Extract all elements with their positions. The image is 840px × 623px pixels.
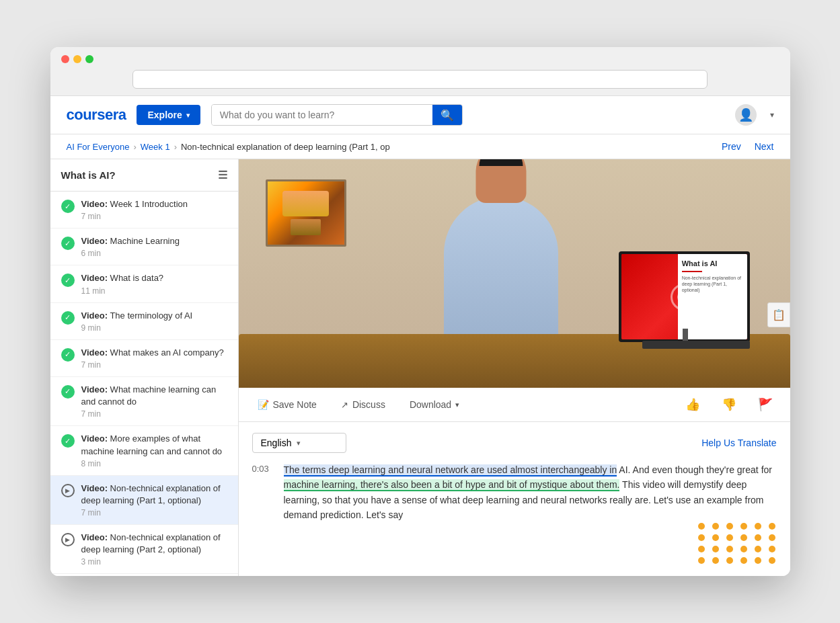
dot-red[interactable] [61, 55, 69, 63]
user-avatar[interactable]: 👤 [735, 104, 757, 126]
sidebar-item-2[interactable]: ✓ Video: Machine Learning 6 min [50, 229, 238, 265]
item-duration-3: 11 min [81, 286, 227, 296]
thumbs-down-button[interactable]: 👎 [718, 394, 740, 415]
sidebar-item-6[interactable]: ✓ Video: What machine learning can and c… [50, 377, 238, 426]
item-title-4: Video: The terminology of AI [81, 310, 227, 322]
transcript-highlighted-2: machine learning, there's also been a bi… [284, 479, 620, 491]
item-content-9: Video: Non-technical explanation of deep… [81, 532, 227, 567]
breadcrumb-week[interactable]: Week 1 [141, 142, 170, 152]
check-icon-5: ✓ [61, 348, 75, 362]
browser-dots [61, 55, 779, 63]
sidebar-item-8[interactable]: ▶ Video: Non-technical explanation of de… [50, 476, 238, 525]
notes-icon: 📋 [772, 309, 786, 321]
item-content-7: Video: More examples of what machine lea… [81, 433, 227, 468]
keyboard [642, 341, 750, 349]
explore-label: Explore [147, 110, 182, 120]
check-icon-4: ✓ [61, 311, 75, 325]
list-icon[interactable]: ☰ [218, 169, 227, 181]
monitor-subtitle: Non-technical explanation of deep learni… [682, 275, 743, 293]
scene-painting [266, 179, 346, 247]
user-icon: 👤 [738, 108, 753, 122]
item-title-3: Video: What is data? [81, 272, 227, 284]
dots-decoration [698, 523, 778, 564]
language-chevron-icon: ▾ [297, 439, 301, 448]
search-input[interactable] [212, 105, 432, 125]
item-duration-8: 7 min [81, 508, 227, 517]
discuss-button[interactable]: ↗ Discuss [336, 397, 391, 413]
sidebar-item-4[interactable]: ✓ Video: The terminology of AI 9 min [50, 303, 238, 340]
language-label: English [261, 438, 292, 448]
sidebar-item-5[interactable]: ✓ Video: What makes an AI company? 7 min [50, 340, 238, 377]
next-button[interactable]: Next [755, 141, 774, 152]
search-bar: 🔍 [211, 104, 463, 126]
transcript-area: English ▾ Help Us Translate 0:03 The ter… [239, 422, 790, 534]
item-duration-6: 7 min [81, 409, 227, 419]
monitor-title: What is AI [682, 259, 743, 268]
item-content-4: Video: The terminology of AI 9 min [81, 310, 227, 333]
flag-button[interactable]: 🚩 [754, 394, 777, 415]
breadcrumb-sep-2: › [174, 142, 177, 152]
download-label: Download [410, 399, 451, 410]
video-player[interactable]: What is AI Non-technical explanation of … [239, 159, 790, 388]
item-title-1: Video: Week 1 Introduction [81, 198, 227, 210]
sidebar: What is AI? ☰ ✓ Video: Week 1 Introducti… [50, 159, 239, 576]
prev-button[interactable]: Prev [722, 141, 741, 152]
help-translate-link[interactable]: Help Us Translate [701, 438, 776, 448]
browser-chrome [50, 47, 790, 96]
address-bar[interactable] [132, 70, 707, 89]
sidebar-title: What is AI? [61, 169, 116, 181]
search-button[interactable]: 🔍 [432, 105, 462, 125]
check-icon-2: ✓ [61, 237, 75, 250]
video-toolbar: 📝 Save Note ↗ Discuss Download ▾ 👍 👎 [239, 388, 790, 422]
item-duration-1: 7 min [81, 212, 227, 221]
breadcrumb-course[interactable]: AI For Everyone [67, 142, 130, 152]
dot-yellow[interactable] [73, 55, 81, 63]
monitor-text-area: What is AI Non-technical explanation of … [678, 254, 747, 339]
user-menu-chevron[interactable]: ▾ [770, 110, 774, 120]
sidebar-item-1[interactable]: ✓ Video: Week 1 Introduction 7 min [50, 192, 238, 229]
item-content-8: Video: Non-technical explanation of deep… [81, 483, 227, 517]
item-title-7: Video: More examples of what machine lea… [81, 433, 227, 457]
item-duration-5: 7 min [81, 360, 227, 370]
item-content-5: Video: What makes an AI company? 7 min [81, 347, 227, 370]
sidebar-item-3[interactable]: ✓ Video: What is data? 11 min [50, 265, 238, 302]
sidebar-item-7[interactable]: ✓ Video: More examples of what machine l… [50, 426, 238, 475]
item-duration-4: 9 min [81, 323, 227, 333]
breadcrumb-nav: Prev Next [722, 141, 774, 152]
item-duration-2: 6 min [81, 249, 227, 258]
check-icon-1: ✓ [61, 200, 75, 213]
check-icon-3: ✓ [61, 274, 75, 287]
item-title-9: Video: Non-technical explanation of deep… [81, 532, 227, 556]
orange-dot [698, 523, 705, 530]
item-duration-9: 3 min [81, 557, 227, 567]
play-icon-8: ▶ [61, 484, 75, 497]
chevron-down-icon: ▾ [186, 112, 190, 119]
item-title-6: Video: What machine learning can and can… [81, 384, 227, 408]
sidebar-header: What is AI? ☰ [50, 159, 238, 192]
explore-button[interactable]: Explore ▾ [137, 105, 200, 125]
breadcrumb: AI For Everyone › Week 1 › Non-technical… [50, 134, 790, 159]
transcript-highlighted-1: The terms deep learning and neural netwo… [284, 464, 617, 476]
content-area: What is AI Non-technical explanation of … [239, 159, 790, 576]
item-title-5: Video: What makes an AI company? [81, 347, 227, 359]
item-content-3: Video: What is data? 11 min [81, 272, 227, 295]
item-content-6: Video: What machine learning can and can… [81, 384, 227, 419]
item-duration-7: 8 min [81, 459, 227, 468]
thumbs-up-button[interactable]: 👍 [681, 394, 704, 415]
monitor-screen: What is AI Non-technical explanation of … [621, 254, 747, 339]
sidebar-item-9[interactable]: ▶ Video: Non-technical explanation of de… [50, 525, 238, 574]
play-icon-9: ▶ [61, 533, 75, 546]
breadcrumb-sep-1: › [133, 142, 136, 152]
language-select[interactable]: English ▾ [252, 433, 346, 453]
item-content-1: Video: Week 1 Introduction 7 min [81, 198, 227, 221]
notes-panel-toggle[interactable]: 📋 [767, 302, 790, 327]
dot-green[interactable] [85, 55, 93, 63]
check-icon-6: ✓ [61, 385, 75, 399]
breadcrumb-left: AI For Everyone › Week 1 › Non-technical… [67, 142, 390, 152]
discuss-icon: ↗ [341, 400, 348, 410]
item-title-2: Video: Machine Learning [81, 235, 227, 247]
download-button[interactable]: Download ▾ [404, 397, 465, 413]
transcript-text: The terms deep learning and neural netwo… [284, 462, 777, 523]
check-icon-7: ✓ [61, 434, 75, 448]
save-note-button[interactable]: 📝 Save Note [252, 397, 322, 413]
